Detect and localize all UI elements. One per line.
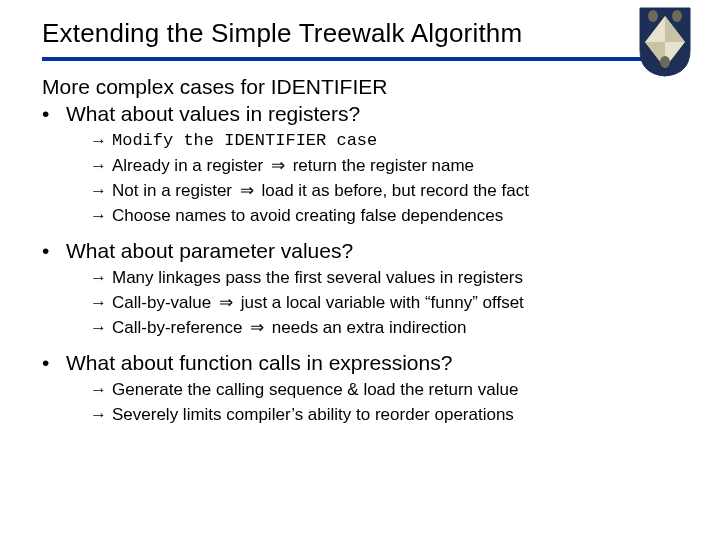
sub-bullet-text: Many linkages pass the first several val… — [112, 266, 678, 290]
lead-line: More complex cases for IDENTIFIER — [42, 75, 678, 99]
title-underline — [42, 57, 678, 61]
sublist: →Modify the IDENTIFIER case→Already in a… — [90, 129, 678, 228]
bullet-dot-icon: • — [42, 350, 66, 376]
sub-bullet: →Already in a register ⇒ return the regi… — [90, 154, 678, 178]
arrow-icon: → — [90, 129, 112, 153]
arrow-icon: → — [90, 179, 112, 203]
sub-bullet-text: Not in a register ⇒ load it as before, b… — [112, 179, 678, 203]
arrow-icon: → — [90, 378, 112, 402]
arrow-icon: → — [90, 204, 112, 228]
arrow-icon: → — [90, 316, 112, 340]
code-inline: IDENTIFIER — [224, 131, 326, 150]
arrow-icon: → — [90, 266, 112, 290]
question-text: What about values in registers? — [66, 101, 678, 127]
implies-icon: ⇒ — [268, 156, 288, 175]
sub-bullet: →Severely limits compiler’s ability to r… — [90, 403, 678, 427]
sub-bullet-text: Modify the IDENTIFIER case — [112, 129, 678, 153]
arrow-icon: → — [90, 154, 112, 178]
sub-bullet-text: Already in a register ⇒ return the regis… — [112, 154, 678, 178]
implies-icon: ⇒ — [247, 318, 267, 337]
sub-bullet-text: Severely limits compiler’s ability to re… — [112, 403, 678, 427]
content-body: •What about values in registers?→Modify … — [42, 101, 678, 427]
arrow-icon: → — [90, 291, 112, 315]
sub-bullet-text: Choose names to avoid creating false dep… — [112, 204, 678, 228]
sub-bullet: →Many linkages pass the first several va… — [90, 266, 678, 290]
question-text: What about parameter values? — [66, 238, 678, 264]
title-block: Extending the Simple Treewalk Algorithm — [42, 18, 678, 61]
question-bullet: •What about function calls in expression… — [42, 350, 678, 376]
university-crest-icon — [638, 6, 692, 78]
implies-icon: ⇒ — [216, 293, 236, 312]
sublist: →Many linkages pass the first several va… — [90, 266, 678, 340]
arrow-icon: → — [90, 403, 112, 427]
slide-title: Extending the Simple Treewalk Algorithm — [42, 18, 678, 55]
sub-bullet: →Not in a register ⇒ load it as before, … — [90, 179, 678, 203]
svg-point-1 — [672, 10, 682, 22]
svg-point-2 — [660, 56, 670, 68]
question-text: What about function calls in expressions… — [66, 350, 678, 376]
sub-bullet: →Call-by-value ⇒ just a local variable w… — [90, 291, 678, 315]
implies-icon: ⇒ — [237, 181, 257, 200]
sub-bullet: →Generate the calling sequence & load th… — [90, 378, 678, 402]
sublist: →Generate the calling sequence & load th… — [90, 378, 678, 427]
sub-bullet: →Choose names to avoid creating false de… — [90, 204, 678, 228]
sub-bullet-text: Call-by-reference ⇒ needs an extra indir… — [112, 316, 678, 340]
sub-bullet: →Modify the IDENTIFIER case — [90, 129, 678, 153]
svg-point-0 — [648, 10, 658, 22]
slide: Extending the Simple Treewalk Algorithm … — [0, 0, 720, 540]
sub-bullet-text: Call-by-value ⇒ just a local variable wi… — [112, 291, 678, 315]
bullet-dot-icon: • — [42, 238, 66, 264]
bullet-dot-icon: • — [42, 101, 66, 127]
question-bullet: •What about parameter values? — [42, 238, 678, 264]
question-bullet: •What about values in registers? — [42, 101, 678, 127]
sub-bullet-text: Generate the calling sequence & load the… — [112, 378, 678, 402]
sub-bullet: →Call-by-reference ⇒ needs an extra indi… — [90, 316, 678, 340]
